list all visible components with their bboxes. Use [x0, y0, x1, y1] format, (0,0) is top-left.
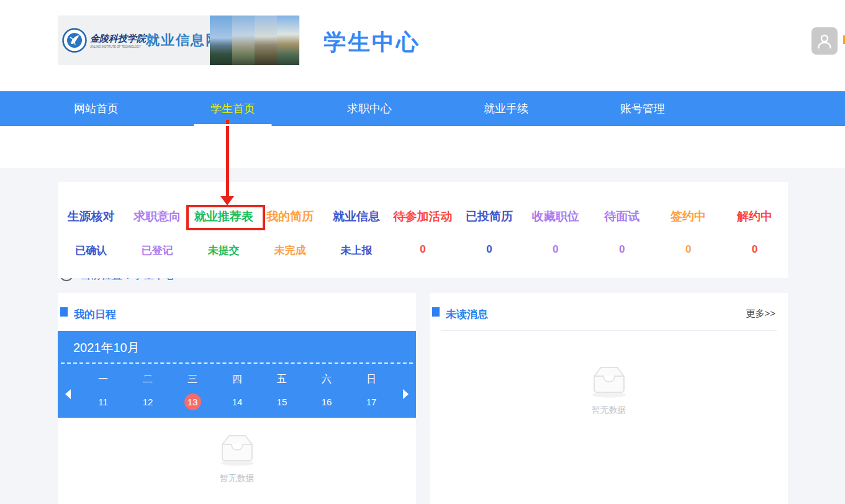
more-link[interactable]: 更多>> — [746, 308, 775, 320]
status-title: 生源核对 — [58, 209, 124, 225]
status-item-7[interactable]: 已投简历0 — [456, 182, 522, 278]
annotation-arrow-line — [226, 120, 229, 197]
nav-item-4[interactable]: 就业手续 — [438, 91, 574, 126]
annotation-highlight-box — [186, 205, 265, 230]
campus-photo — [210, 16, 232, 65]
calendar-date-14[interactable]: 14 — [215, 394, 260, 410]
status-value: 0 — [390, 243, 456, 256]
status-value: 已登记 — [124, 243, 191, 258]
school-name-cn: 金陵科技学院 — [90, 33, 145, 45]
site-logo[interactable]: 金陵科技学院 JINLING INSTITUTE OF TECHNOLOGY 就… — [58, 16, 300, 65]
status-title: 签约中 — [655, 209, 721, 225]
calendar-grid: 一二三四五六日 11121314151617 — [81, 331, 394, 410]
calendar-weekday: 日 — [349, 373, 394, 386]
calendar-weekday-row: 一二三四五六日 — [81, 373, 394, 386]
nav-item-2[interactable]: 学生首页 — [165, 91, 301, 126]
school-name-block: 金陵科技学院 JINLING INSTITUTE OF TECHNOLOGY — [90, 33, 145, 48]
calendar-date-13[interactable]: 13 — [170, 394, 215, 410]
status-item-9[interactable]: 待面试0 — [589, 182, 655, 278]
breadcrumb-bar: 当前位置：学生中心 — [0, 126, 845, 168]
calendar-weekday: 二 — [125, 373, 170, 386]
status-title: 就业信息 — [323, 209, 390, 225]
status-value: 未提交 — [191, 243, 257, 258]
schedule-panel: 我的日程 2021年10月 一二三四五六日 11121314151617 暂无数… — [58, 293, 416, 504]
calendar-weekday: 三 — [170, 373, 215, 386]
status-title: 已投简历 — [456, 209, 522, 225]
status-item-10[interactable]: 签约中0 — [655, 182, 721, 278]
annotation-arrow-head — [220, 196, 234, 205]
panel-bullet-icon — [432, 307, 440, 317]
schedule-panel-title: 我的日程 — [74, 307, 116, 322]
date-label: 16 — [319, 394, 335, 410]
status-title: 待参加活动 — [390, 209, 456, 225]
school-emblem-icon — [62, 28, 87, 53]
calendar-prev-icon[interactable] — [65, 389, 71, 399]
date-label: 12 — [140, 394, 156, 410]
status-item-11[interactable]: 解约中0 — [721, 182, 788, 278]
date-label: 11 — [95, 394, 112, 410]
nav-item-1[interactable]: 网站首页 — [28, 91, 165, 126]
empty-text: 暂无数据 — [58, 473, 416, 484]
status-item-2[interactable]: 求职意向已登记 — [124, 182, 191, 278]
calendar: 2021年10月 一二三四五六日 11121314151617 — [58, 331, 416, 418]
status-item-6[interactable]: 待参加活动0 — [390, 182, 456, 278]
status-item-5[interactable]: 就业信息未上报 — [323, 182, 390, 278]
status-item-4[interactable]: 我的简历未完成 — [257, 182, 323, 278]
status-item-1[interactable]: 生源核对已确认 — [58, 182, 124, 278]
main-nav: 网站首页学生首页求职中心就业手续账号管理 — [0, 91, 845, 126]
status-value: 0 — [721, 243, 788, 256]
status-title: 解约中 — [721, 209, 788, 225]
calendar-weekday: 六 — [304, 373, 349, 386]
status-value: 未完成 — [257, 243, 323, 258]
status-value: 0 — [589, 243, 655, 256]
panel-bullet-icon — [60, 307, 68, 317]
calendar-weekday: 五 — [260, 373, 304, 386]
site-name: 就业信息网 — [146, 31, 220, 50]
date-label: 17 — [363, 394, 380, 410]
date-label: 15 — [274, 394, 291, 410]
calendar-next-icon[interactable] — [403, 389, 409, 399]
calendar-date-12[interactable]: 12 — [125, 394, 170, 410]
empty-box-icon — [216, 431, 258, 467]
calendar-date-15[interactable]: 15 — [260, 394, 304, 410]
nav-item-5[interactable]: 账号管理 — [574, 91, 711, 126]
person-icon — [816, 32, 833, 50]
status-value: 0 — [456, 243, 522, 256]
campus-photos — [210, 16, 299, 65]
user-avatar[interactable] — [811, 27, 838, 55]
status-summary-card: 生源核对已确认求职意向已登记就业推荐表未提交我的简历未完成就业信息未上报待参加活… — [58, 182, 788, 278]
messages-panel: 未读消息 更多>> 暂无数据 — [430, 293, 788, 504]
calendar-date-row: 11121314151617 — [81, 394, 394, 410]
nav-item-3[interactable]: 求职中心 — [301, 91, 438, 126]
status-value: 已确认 — [58, 243, 124, 258]
school-name-en: JINLING INSTITUTE OF TECHNOLOGY — [90, 45, 139, 48]
status-value: 0 — [655, 243, 721, 256]
nav-list: 网站首页学生首页求职中心就业手续账号管理 — [28, 91, 711, 126]
messages-empty-state: 暂无数据 — [430, 362, 788, 416]
status-title: 收藏职位 — [522, 209, 589, 225]
empty-text: 暂无数据 — [430, 405, 788, 416]
status-title: 我的简历 — [257, 209, 323, 225]
calendar-date-11[interactable]: 11 — [81, 394, 125, 410]
campus-photo — [255, 16, 277, 65]
schedule-empty-state: 暂无数据 — [58, 431, 416, 484]
date-label: 14 — [229, 394, 246, 410]
calendar-weekday: 一 — [81, 373, 125, 386]
panel-divider — [441, 330, 777, 331]
status-title: 待面试 — [589, 209, 655, 225]
status-title: 求职意向 — [124, 209, 191, 225]
status-value: 未上报 — [323, 243, 390, 258]
calendar-date-17[interactable]: 17 — [349, 394, 394, 410]
campus-photo — [277, 16, 299, 65]
campus-photo — [232, 16, 255, 65]
selected-date: 13 — [184, 394, 201, 410]
calendar-weekday: 四 — [215, 373, 260, 386]
messages-panel-title: 未读消息 — [446, 307, 488, 322]
status-value: 0 — [522, 243, 589, 256]
active-tab-underline — [194, 124, 272, 126]
page-title: 学生中心 — [323, 27, 420, 58]
empty-box-icon — [588, 362, 630, 398]
page-header: 金陵科技学院 JINLING INSTITUTE OF TECHNOLOGY 就… — [0, 0, 845, 91]
calendar-date-16[interactable]: 16 — [304, 394, 349, 410]
status-item-8[interactable]: 收藏职位0 — [522, 182, 589, 278]
